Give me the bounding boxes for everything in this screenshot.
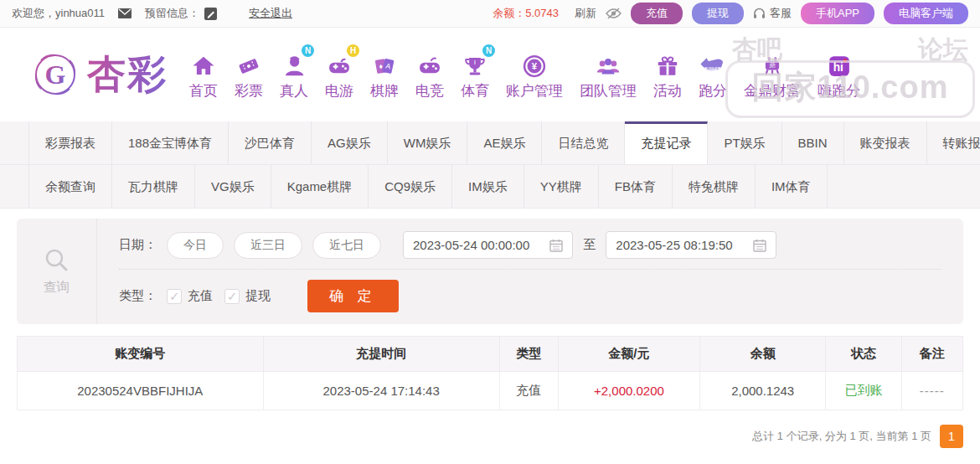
nav-item-体育[interactable]: I体育N — [452, 49, 498, 101]
logout-link[interactable]: 安全退出 — [249, 6, 292, 21]
date-to-input[interactable]: 2023-05-25 08:19:50 — [606, 231, 776, 259]
brand-logo[interactable]: G 杏彩 — [30, 49, 168, 101]
tab-转账报表[interactable]: 转账报表 — [927, 121, 980, 164]
table-header-cell: 账变编号 — [18, 337, 264, 372]
tab-AE娱乐[interactable]: AE娱乐 — [467, 121, 542, 164]
mobile-app-button[interactable]: 手机APP — [801, 3, 874, 24]
date-from-input[interactable]: 2023-05-24 00:00:00 — [403, 231, 573, 259]
nav-item-棋牌[interactable]: ♦A棋牌 — [362, 49, 407, 101]
rhino-icon: 跑分平台 — [699, 49, 727, 79]
lottery-ticket-icon — [236, 49, 261, 79]
tab-BBIN[interactable]: BBIN — [782, 121, 844, 164]
table-header-cell: 备注 — [901, 337, 962, 372]
page-1-button[interactable]: 1 — [940, 425, 963, 448]
nav-item-首页[interactable]: 首页 — [181, 49, 226, 101]
nav-item-金鼎财富[interactable]: 鼎金鼎财富 — [735, 49, 809, 101]
nav-item-label: 彩票 — [235, 81, 263, 101]
records-table: 账变编号充提时间类型金额/元余额状态备注 20230524VBBFIJHIJA2… — [17, 336, 963, 410]
type-option-label: 充值 — [188, 288, 213, 304]
type-checkbox-提现[interactable] — [224, 289, 240, 304]
pc-client-button[interactable]: 电脑客户端 — [884, 3, 968, 24]
table-header-cell: 充提时间 — [263, 337, 499, 372]
date-to-label: 至 — [583, 237, 596, 253]
quick-range-近三日[interactable]: 近三日 — [234, 232, 302, 259]
nav-item-账户管理[interactable]: ¥账户管理 — [498, 49, 571, 101]
customer-service-link[interactable]: 客服 — [770, 6, 792, 21]
tab-余额查询[interactable]: 余额查询 — [28, 165, 112, 208]
nav-item-label: 跑分 — [699, 81, 727, 101]
withdraw-button[interactable]: 提现 — [692, 3, 744, 24]
type-checkbox-充值[interactable] — [167, 289, 182, 304]
nav-item-label: 电竞 — [415, 81, 444, 101]
table-header-cell: 金额/元 — [558, 337, 699, 372]
svg-text:G: G — [45, 59, 66, 90]
date-label: 日期： — [119, 237, 157, 253]
tab-充提记录[interactable]: 充提记录 — [625, 121, 708, 164]
confirm-button[interactable]: 确 定 — [307, 280, 399, 312]
top-bar: 欢迎您，yinhua011 预留信息： 安全退出 余额：5.0743 刷新 充值… — [0, 0, 980, 28]
team-icon — [595, 49, 622, 79]
nav-item-电游[interactable]: 电游H — [317, 49, 362, 101]
tab-WM娱乐[interactable]: WM娱乐 — [388, 121, 468, 164]
nav-item-嗨跑分[interactable]: hi嗨跑分 — [809, 49, 869, 101]
type-option-group: 充值提现 — [167, 288, 282, 304]
tab-特兔棋牌[interactable]: 特兔棋牌 — [673, 165, 756, 208]
balance-text: 余额：5.0743 — [493, 6, 559, 21]
esports-icon — [416, 49, 443, 79]
envelope-icon[interactable] — [118, 8, 132, 18]
table-header-cell: 状态 — [826, 337, 901, 372]
query-block[interactable]: 查询 — [17, 219, 97, 324]
edit-icon[interactable] — [204, 8, 217, 20]
type-label: 类型： — [119, 288, 157, 304]
nav-item-电竞[interactable]: 电竞 — [407, 49, 452, 101]
eye-off-icon[interactable] — [606, 8, 622, 19]
nav-item-label: 体育 — [461, 81, 489, 101]
tab-瓦力棋牌[interactable]: 瓦力棋牌 — [112, 165, 195, 208]
tab-188金宝博体育[interactable]: 188金宝博体育 — [112, 121, 229, 164]
tab-Kgame棋牌[interactable]: Kgame棋牌 — [271, 165, 369, 208]
table-cell: 2,000.1243 — [700, 372, 826, 410]
date-from-value: 2023-05-24 00:00:00 — [413, 238, 529, 252]
tab-IM体育[interactable]: IM体育 — [756, 165, 828, 208]
tab-AG娱乐[interactable]: AG娱乐 — [312, 121, 388, 164]
nav-item-label: 活动 — [653, 81, 682, 101]
tab-FB体育[interactable]: FB体育 — [599, 165, 673, 208]
calendar-icon[interactable] — [549, 239, 563, 252]
query-filter-panel: 查询 日期： 今日近三日近七日 2023-05-24 00:00:00 至 20… — [17, 219, 963, 324]
nav-item-跑分[interactable]: 跑分平台跑分 — [690, 49, 735, 101]
refresh-link[interactable]: 刷新 — [575, 6, 596, 21]
calendar-icon[interactable] — [753, 239, 766, 252]
quick-range-近七日[interactable]: 近七日 — [312, 232, 381, 259]
nav-item-团队管理[interactable]: 团队管理 — [571, 49, 645, 101]
report-tabs-row1: 彩票报表188金宝博体育沙巴体育AG娱乐WM娱乐AE娱乐日结总览充提记录PT娱乐… — [0, 121, 980, 165]
tab-日结总览[interactable]: 日结总览 — [542, 121, 625, 164]
welcome-text: 欢迎您，yinhua011 — [12, 6, 105, 21]
svg-text:hi: hi — [833, 61, 843, 74]
table-body: 20230524VBBFIJHIJA2023-05-24 17:14:43充值+… — [18, 372, 963, 410]
report-tabs-row2: 余额查询瓦力棋牌VG娱乐Kgame棋牌CQ9娱乐IM娱乐YY棋牌FB体育特兔棋牌… — [0, 165, 980, 209]
tab-PT娱乐[interactable]: PT娱乐 — [708, 121, 781, 164]
records-table-wrap: 账变编号充提时间类型金额/元余额状态备注 20230524VBBFIJHIJA2… — [17, 336, 963, 410]
quick-range-今日[interactable]: 今日 — [167, 232, 224, 259]
tab-账变报表[interactable]: 账变报表 — [844, 121, 927, 164]
nav-item-彩票[interactable]: 彩票 — [226, 49, 271, 101]
nav-item-活动[interactable]: 活动 — [645, 49, 690, 101]
gift-icon — [655, 49, 680, 79]
filter-divider — [119, 269, 941, 270]
nav-item-label: 电游 — [325, 81, 353, 101]
yen-coin-icon: ¥ — [522, 49, 547, 79]
main-navbar: G 杏彩 首页彩票真人N电游H♦A棋牌电竞I体育N¥账户管理团队管理活动跑分平台… — [0, 28, 980, 121]
nav-item-label: 真人 — [280, 81, 308, 101]
home-icon — [191, 49, 216, 79]
tab-IM娱乐[interactable]: IM娱乐 — [452, 165, 524, 208]
tab-沙巴体育[interactable]: 沙巴体育 — [229, 121, 312, 164]
deposit-button[interactable]: 充值 — [631, 3, 683, 24]
tab-VG娱乐[interactable]: VG娱乐 — [195, 165, 271, 208]
nav-item-真人[interactable]: 真人N — [271, 49, 317, 101]
tab-CQ9娱乐[interactable]: CQ9娱乐 — [369, 165, 452, 208]
tab-彩票报表[interactable]: 彩票报表 — [28, 121, 112, 164]
tab-YY棋牌[interactable]: YY棋牌 — [524, 165, 599, 208]
quick-range-group: 今日近三日近七日 — [167, 232, 381, 259]
search-icon — [43, 247, 71, 276]
table-cell: 已到账 — [826, 372, 901, 410]
